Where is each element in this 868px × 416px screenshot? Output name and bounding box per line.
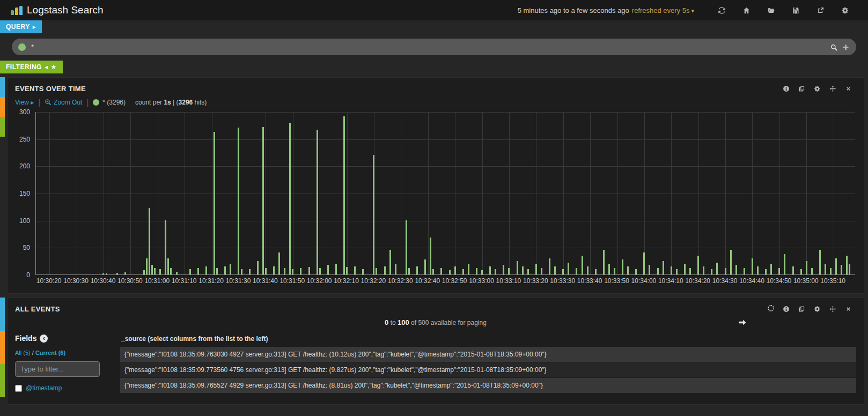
query-tab[interactable]: QUERY▸: [0, 20, 42, 33]
source-column-header: _source (select columns from the list to…: [120, 334, 856, 347]
row-tab-cyan[interactable]: [0, 298, 5, 331]
fields-header: Fields: [15, 334, 36, 343]
chart-plot-area[interactable]: [35, 112, 855, 275]
add-query-button[interactable]: [842, 42, 850, 52]
refresh-interval-dropdown[interactable]: refreshed every 5s▾: [632, 6, 694, 14]
chart-bar: [292, 269, 293, 274]
chart-bar: [649, 265, 650, 274]
chart-bar: [406, 220, 407, 274]
legend-label[interactable]: * (3296): [102, 99, 126, 106]
chart-bar: [765, 269, 767, 274]
chart-bar: [449, 270, 451, 274]
next-page-arrow-icon[interactable]: [738, 318, 747, 329]
move-icon[interactable]: [825, 84, 841, 93]
legend-dot-icon[interactable]: [93, 99, 99, 106]
chart-bar: [481, 270, 483, 274]
field-link[interactable]: @timestamp: [26, 384, 62, 392]
row-color-tabs[interactable]: [0, 77, 5, 294]
x-tick-label: 10:32:00: [307, 277, 332, 285]
chart-bar: [689, 268, 691, 274]
load-dashboard-button[interactable]: [759, 5, 783, 15]
chart-bar: [476, 268, 477, 274]
field-checkbox[interactable]: [15, 385, 22, 392]
chart-bar: [635, 269, 637, 274]
view-menu[interactable]: View ▸: [15, 99, 34, 106]
chart-bar: [495, 269, 496, 274]
chart-bar: [711, 269, 712, 274]
panel-title: EVENTS OVER TIME: [15, 85, 86, 93]
chart-bar: [146, 258, 148, 274]
chart-bar: [582, 256, 583, 274]
collapse-fields-icon[interactable]: ‹: [40, 335, 48, 343]
save-dashboard-button[interactable]: [783, 5, 808, 15]
filtering-tab[interactable]: FILTERING◂★: [0, 61, 63, 73]
chart-bar: [489, 266, 491, 274]
query-input[interactable]: [30, 42, 830, 51]
count-per-text: count per 1s | (3296 hits): [135, 99, 207, 106]
zoom-out-button[interactable]: Zoom Out: [45, 99, 82, 106]
query-color-dot[interactable]: [18, 43, 26, 51]
configure-gear-icon[interactable]: [810, 84, 825, 93]
chart-bar: [205, 266, 207, 274]
chart-bar: [257, 261, 259, 274]
x-tick-label: 10:34:00: [631, 277, 657, 285]
x-axis-labels: 10:30:2010:30:3010:30:4010:30:5010:31:00…: [35, 277, 855, 286]
x-tick-label: 10:31:50: [279, 277, 305, 285]
x-tick-label: 10:33:30: [550, 277, 575, 285]
events-table: {"message":"I0108 18:35:09.763030 4927 s…: [120, 347, 856, 393]
move-icon[interactable]: [825, 304, 841, 314]
chart-bar: [752, 258, 753, 274]
chart-bar: [317, 130, 318, 274]
x-tick-label: 10:35:00: [793, 277, 819, 285]
chart-bar: [841, 265, 842, 274]
chart-bar: [289, 123, 291, 274]
chart-bar: [238, 128, 239, 274]
chart-bar: [230, 264, 231, 274]
info-icon[interactable]: [778, 304, 794, 314]
chart-bar: [643, 252, 645, 274]
chart-bar: [622, 259, 623, 274]
row-tab-orange[interactable]: [0, 97, 5, 117]
configure-gear-icon[interactable]: [810, 304, 825, 314]
fields-current-link[interactable]: Current (6): [35, 350, 65, 356]
duplicate-icon[interactable]: [794, 84, 810, 93]
x-tick-label: 10:32:50: [442, 277, 467, 285]
x-tick-label: 10:31:30: [226, 277, 251, 285]
query-bar: [12, 39, 856, 55]
x-tick-label: 10:31:00: [144, 277, 170, 285]
x-tick-label: 10:33:10: [496, 277, 521, 285]
chart-bar: [778, 268, 780, 274]
chart-bar: [384, 266, 386, 274]
chart-bar: [197, 268, 199, 274]
chart-bar: [416, 266, 418, 274]
settings-button[interactable]: [833, 5, 857, 15]
table-row[interactable]: {"message":"I0108 18:35:09.765527 4929 s…: [120, 378, 856, 393]
close-icon[interactable]: [841, 304, 856, 314]
row-tab-green[interactable]: [0, 117, 5, 137]
row-color-tabs[interactable]: [0, 298, 5, 405]
table-row[interactable]: {"message":"I0108 18:35:09.773560 4756 s…: [120, 362, 856, 377]
field-filter-input[interactable]: [15, 361, 100, 377]
fields-all-link[interactable]: All (5): [15, 350, 31, 356]
chart-bar: [603, 250, 605, 274]
field-item-timestamp: @timestamp: [15, 384, 120, 392]
chart-bar: [846, 256, 848, 274]
refresh-button[interactable]: [709, 5, 734, 15]
close-icon[interactable]: [841, 84, 856, 93]
chart-bar: [462, 269, 464, 274]
info-icon[interactable]: [778, 84, 794, 93]
chart-bar: [568, 263, 569, 274]
x-tick-label: 10:31:20: [198, 277, 224, 285]
search-icon[interactable]: [830, 42, 838, 52]
chart-bar: [308, 267, 310, 274]
table-row[interactable]: {"message":"I0108 18:35:09.763030 4927 s…: [120, 347, 856, 362]
chart-bar: [792, 266, 794, 274]
duplicate-icon[interactable]: [794, 304, 810, 314]
chart-bar: [541, 268, 542, 274]
row-tab-cyan[interactable]: [0, 77, 5, 97]
home-button[interactable]: [734, 5, 759, 15]
chart-bar: [300, 268, 301, 274]
share-button[interactable]: [808, 5, 833, 15]
row-tab-orange[interactable]: [0, 331, 5, 364]
row-tab-green[interactable]: [0, 364, 5, 397]
